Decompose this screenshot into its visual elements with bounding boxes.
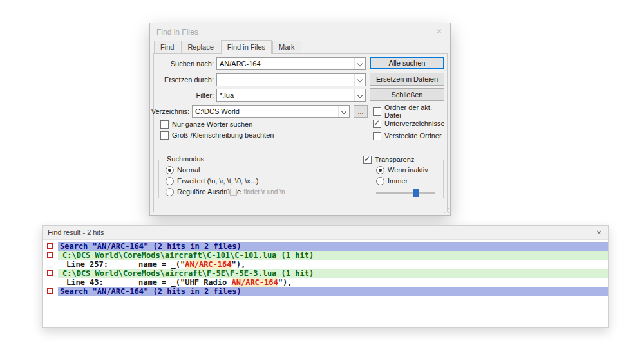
fold-collapse-icon[interactable]: − — [47, 243, 53, 249]
replace-dropdown-button[interactable] — [354, 74, 365, 86]
checkbox-label: Unterverzeichnisse — [384, 120, 445, 127]
chevron-down-icon — [357, 77, 363, 82]
result-close-icon[interactable]: ✕ — [594, 228, 604, 238]
replace-combobox — [216, 73, 366, 86]
chevron-down-icon — [341, 109, 346, 114]
search-combobox — [216, 57, 366, 70]
search-header-row[interactable]: − Search "AN/ARC-164" (2 hits in 2 files… — [43, 242, 608, 251]
radio-always[interactable]: Immer — [376, 176, 408, 185]
checkbox-whole-word[interactable]: Nur ganze Wörter suchen — [160, 120, 252, 129]
filter-label: Filter: — [150, 91, 214, 100]
code-before: name = _(" — [138, 260, 185, 269]
checkbox-box — [373, 107, 381, 116]
find-in-files-dialog: Find in Files ✕ Find Replace Find in Fil… — [149, 23, 451, 216]
directory-label: Verzeichnis: — [150, 107, 189, 116]
tab-replace[interactable]: Replace — [181, 41, 220, 53]
file-path-text: C:\DCS World\CoreMods\aircraft\C-101\C-1… — [58, 251, 608, 260]
fold-gutter: − — [43, 242, 58, 251]
fold-collapse-icon[interactable]: − — [47, 252, 53, 258]
checkbox-label: Transparenz — [375, 156, 414, 163]
checkbox-label: Versteckte Ordner — [384, 132, 442, 140]
tab-mark[interactable]: Mark — [272, 41, 301, 53]
file-row[interactable]: − C:\DCS World\CoreMods\aircraft\C-101\C… — [43, 251, 608, 260]
search-input[interactable] — [217, 58, 354, 69]
transparency-slider[interactable] — [376, 189, 435, 197]
search-mode-group: Suchmodus Normal Erweitert (\n, \r, \t, … — [158, 160, 287, 198]
checkbox-transparency[interactable]: ✓ Transparenz — [361, 155, 417, 164]
transparency-group: Wenn inaktiv Immer — [368, 160, 444, 198]
line-number: Line 43: — [66, 278, 138, 287]
checkbox-label: Nur ganze Wörter suchen — [172, 120, 252, 128]
replace-in-files-button[interactable]: Ersetzen in Dateien — [370, 73, 444, 86]
checkbox-dot-matches-newline: . findet \r und \n — [230, 187, 285, 196]
checkbox-subdirs[interactable]: ✓ Unterverzeichnisse — [373, 119, 445, 128]
dialog-close-icon[interactable]: ✕ — [428, 23, 450, 40]
radio-normal[interactable]: Normal — [166, 165, 200, 174]
dialog-titlebar[interactable]: Find in Files ✕ — [150, 23, 450, 41]
close-dialog-button[interactable]: Schließen — [370, 88, 444, 101]
fold-collapse-icon[interactable]: − — [47, 270, 53, 276]
filter-dropdown-button[interactable] — [354, 89, 365, 101]
fold-gutter — [43, 260, 58, 269]
result-body[interactable]: − Search "AN/ARC-164" (2 hits in 2 files… — [43, 240, 608, 327]
check-icon: ✓ — [364, 154, 370, 163]
fold-gutter — [43, 278, 58, 287]
fold-expand-icon[interactable]: + — [47, 288, 53, 294]
match-row[interactable]: Line 43:name = _("UHF Radio AN/ARC-164")… — [43, 278, 608, 287]
match-row[interactable]: Line 257:name = _("AN/ARC-164"), — [43, 260, 608, 269]
checkbox-label: Ordner der akt. Datei — [384, 104, 450, 119]
replace-input[interactable] — [217, 74, 354, 86]
checkbox-box — [160, 131, 169, 140]
code-after: "), — [232, 260, 246, 269]
radio-dot — [376, 177, 384, 185]
checkbox-label: Groß-/Kleinschreibung beachten — [172, 131, 274, 139]
find-all-button[interactable]: Alle suchen — [370, 57, 444, 69]
checkbox-box — [160, 120, 169, 129]
radio-on-inactive[interactable]: Wenn inaktiv — [376, 165, 428, 174]
line-number: Line 257: — [66, 260, 138, 269]
directory-input[interactable] — [193, 106, 338, 117]
checkbox-match-case[interactable]: Groß-/Kleinschreibung beachten — [160, 131, 274, 140]
radio-extended[interactable]: Erweitert (\n, \r, \t, \0, \x...) — [166, 176, 259, 185]
radio-dot — [166, 177, 174, 185]
tab-find-in-files[interactable]: Find in Files — [221, 40, 272, 54]
directory-dropdown-button[interactable] — [338, 106, 349, 117]
radio-label: Immer — [388, 177, 408, 185]
slider-track[interactable] — [376, 192, 435, 194]
search-dropdown-button[interactable] — [354, 58, 365, 69]
file-path-text: C:\DCS World\CoreMods\aircraft\F-5E\F-5E… — [58, 269, 608, 278]
fold-gutter: − — [43, 251, 58, 260]
radio-dot — [166, 188, 174, 196]
file-row[interactable]: − C:\DCS World\CoreMods\aircraft\F-5E\F-… — [43, 269, 608, 278]
dialog-title: Find in Files — [156, 28, 198, 37]
match-highlight: AN/ARC-164 — [232, 278, 278, 287]
radio-label: Erweitert (\n, \r, \t, \0, \x...) — [177, 177, 259, 185]
checkbox-box — [373, 132, 381, 140]
fold-gutter: − — [43, 269, 58, 278]
checkbox-label: . findet \r und \n — [240, 189, 285, 196]
radio-dot — [166, 166, 174, 174]
slider-thumb[interactable] — [413, 189, 419, 197]
fold-gutter: + — [43, 287, 58, 296]
browse-button[interactable]: ... — [354, 105, 368, 118]
radio-label: Wenn inaktiv — [388, 166, 428, 174]
checkbox-hidden-folders[interactable]: Versteckte Ordner — [373, 131, 442, 140]
result-titlebar[interactable]: Find result - 2 hits ✕ — [43, 226, 608, 240]
chevron-down-icon — [357, 61, 363, 66]
result-title: Find result - 2 hits — [48, 228, 104, 236]
search-label: Suchen nach: — [150, 59, 214, 68]
find-result-panel: Find result - 2 hits ✕ − Search "AN/ARC-… — [42, 225, 609, 328]
tab-find[interactable]: Find — [154, 41, 180, 53]
checkbox-box — [230, 189, 237, 196]
match-highlight: AN/ARC-164 — [185, 260, 231, 269]
code-after: "), — [278, 278, 292, 287]
replace-label: Ersetzen durch: — [150, 75, 214, 84]
filter-input[interactable] — [217, 89, 354, 101]
directory-combobox — [192, 105, 350, 118]
search-header-row[interactable]: + Search "AN/ARC-164" (2 hits in 2 files… — [43, 287, 608, 296]
check-icon: ✓ — [374, 118, 380, 127]
chevron-down-icon — [357, 93, 363, 98]
checkbox-follow-doc[interactable]: Ordner der akt. Datei — [373, 107, 450, 116]
search-header-text: Search "AN/ARC-164" (2 hits in 2 files) — [58, 242, 608, 251]
match-line: Line 43:name = _("UHF Radio AN/ARC-164")… — [58, 278, 608, 287]
